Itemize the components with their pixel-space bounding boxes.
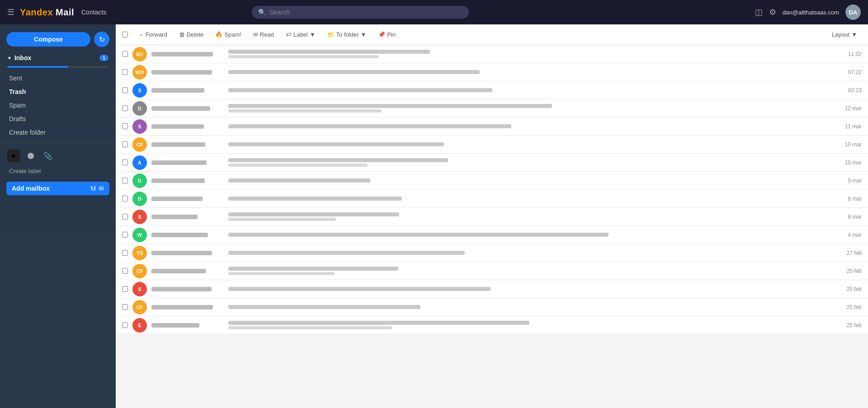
contacts-link[interactable]: Contacts — [81, 9, 106, 16]
label-icon-black[interactable]: ■ — [7, 150, 20, 162]
subject-bar — [228, 70, 480, 74]
email-row[interactable]: S 25 feb — [116, 280, 868, 298]
subject-block — [228, 124, 835, 128]
email-checkbox[interactable] — [122, 196, 128, 202]
sender-block — [151, 70, 224, 75]
sender-avatar: CF — [132, 137, 147, 152]
subject-bar-preview — [228, 326, 392, 329]
email-row[interactable]: D 9 mar — [116, 172, 868, 190]
compose-button[interactable]: Compose — [6, 32, 90, 47]
email-checkbox[interactable] — [122, 69, 128, 75]
sidebar-item-trash[interactable]: Trash — [0, 85, 116, 98]
sender-avatar: A — [132, 155, 147, 170]
email-row[interactable]: YS 27 feb — [116, 244, 868, 262]
inbox-progress-bar — [7, 66, 68, 68]
sidebar-item-sent[interactable]: Sent — [0, 71, 116, 85]
main-layout: Compose ↻ ▼ Inbox 1 Sent Trash Spam Draf… — [0, 24, 868, 408]
forward-button[interactable]: → Forward — [133, 29, 172, 40]
hamburger-icon[interactable]: ☰ — [7, 7, 14, 17]
email-checkbox[interactable] — [122, 250, 128, 256]
email-time: 10 mar — [839, 159, 862, 166]
subject-bar — [228, 212, 399, 216]
pin-icon: 📌 — [378, 31, 385, 38]
sender-avatar: W — [132, 228, 147, 242]
email-checkbox[interactable] — [122, 232, 128, 238]
subject-bar — [228, 233, 609, 237]
sender-avatar: S — [132, 83, 147, 98]
email-row[interactable]: CF 25 feb — [116, 298, 868, 316]
delete-button[interactable]: 🗑 Delete — [175, 29, 208, 40]
email-row[interactable]: E 25 feb — [116, 316, 868, 334]
subject-bar — [228, 88, 492, 92]
select-all-checkbox[interactable] — [122, 32, 128, 38]
email-time: 4 mar — [839, 232, 862, 238]
user-email[interactable]: dan@allthatsaas.com — [783, 9, 839, 16]
subject-bar — [228, 251, 465, 255]
email-row[interactable]: BU 11:02 — [116, 45, 868, 63]
inbox-row[interactable]: ▼ Inbox 1 — [0, 52, 116, 64]
email-row[interactable]: WO 07:22 — [116, 63, 868, 81]
email-row[interactable]: D 8 mar — [116, 190, 868, 208]
subject-block — [228, 142, 835, 146]
sender-bar — [151, 70, 212, 75]
sender-avatar: BU — [132, 47, 147, 61]
email-checkbox[interactable] — [122, 87, 128, 93]
settings-icon[interactable]: ⚙ — [769, 7, 776, 17]
sender-avatar: D — [132, 174, 147, 188]
subject-bar — [228, 178, 370, 183]
email-checkbox[interactable] — [122, 123, 128, 129]
email-row[interactable]: S 8 mar — [116, 208, 868, 226]
cards-icon[interactable]: ◫ — [755, 7, 763, 17]
email-row[interactable]: CF 25 feb — [116, 262, 868, 280]
subject-bar — [228, 142, 444, 146]
sender-block — [151, 124, 224, 129]
subject-block — [228, 321, 835, 329]
spam-button[interactable]: 🔥 Spam! — [211, 29, 246, 40]
email-time: 25 feb — [839, 322, 862, 328]
email-checkbox[interactable] — [122, 268, 128, 274]
avatar[interactable]: DA — [845, 5, 861, 20]
email-checkbox[interactable] — [122, 51, 128, 57]
email-row[interactable]: D 12 mar — [116, 99, 868, 117]
add-mailbox-row[interactable]: Add mailbox M ✉ — [6, 182, 109, 195]
brand-logo: Yandex Mail — [20, 7, 74, 18]
label-icon-clip[interactable]: 📎 — [42, 150, 54, 162]
search-bar: 🔍 — [252, 6, 469, 19]
create-label[interactable]: Create label — [0, 165, 116, 177]
email-checkbox[interactable] — [122, 159, 128, 165]
email-checkbox[interactable] — [122, 178, 128, 183]
to-folder-button[interactable]: 📁 To folder ▼ — [323, 29, 371, 40]
refresh-button[interactable]: ↻ — [94, 32, 109, 47]
email-row[interactable]: CF 10 mar — [116, 136, 868, 154]
main-content: → Forward 🗑 Delete 🔥 Spam! ✉ Read 🏷 Labe… — [116, 24, 868, 408]
sender-block — [151, 215, 224, 219]
email-checkbox[interactable] — [122, 304, 128, 310]
email-row[interactable]: S 02:23 — [116, 81, 868, 99]
email-checkbox[interactable] — [122, 141, 128, 147]
subject-bar — [228, 50, 430, 54]
sidebar: Compose ↻ ▼ Inbox 1 Sent Trash Spam Draf… — [0, 24, 116, 408]
label-icon-dot[interactable] — [24, 150, 37, 162]
delete-icon: 🗑 — [179, 31, 185, 38]
search-input[interactable] — [269, 9, 462, 16]
email-row[interactable]: W 4 mar — [116, 226, 868, 244]
layout-button[interactable]: Layout ▼ — [827, 29, 862, 40]
sender-bar — [151, 269, 206, 273]
email-row[interactable]: S 11 mar — [116, 117, 868, 136]
read-button[interactable]: ✉ Read — [249, 29, 278, 40]
pin-button[interactable]: 📌 Pin — [373, 29, 400, 40]
email-row[interactable]: A 10 mar — [116, 154, 868, 172]
email-checkbox[interactable] — [122, 214, 128, 220]
subject-block — [228, 104, 835, 113]
email-checkbox[interactable] — [122, 286, 128, 292]
label-icons-row: ■ 📎 — [0, 147, 116, 165]
label-button[interactable]: 🏷 Label ▼ — [281, 29, 320, 40]
sidebar-item-create-folder[interactable]: Create folder — [0, 126, 116, 139]
to-folder-label: To folder — [336, 31, 359, 38]
sidebar-item-spam[interactable]: Spam — [0, 98, 116, 112]
email-checkbox[interactable] — [122, 322, 128, 328]
subject-bar — [228, 321, 529, 325]
inbox-label: Inbox — [14, 54, 31, 61]
email-checkbox[interactable] — [122, 105, 128, 111]
sidebar-item-drafts[interactable]: Drafts — [0, 112, 116, 126]
